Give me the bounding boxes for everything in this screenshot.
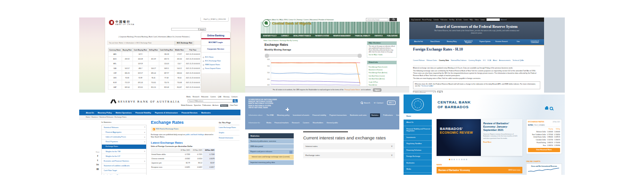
nav-item-monetary-policy[interactable]: Monetary Policy <box>444 41 459 43</box>
nav-item-about-the-fed[interactable]: About the Fed <box>411 41 426 43</box>
twitter-icon[interactable]: t <box>95 159 100 162</box>
secondary-link-statistics[interactable]: Statistics <box>220 104 229 107</box>
nav-item-general-public[interactable]: General public <box>326 122 338 124</box>
subnav-link[interactable]: Technical Q&As <box>512 60 524 61</box>
sidebar-item-statistical-releases[interactable]: Statistical Releases▾ <box>102 125 146 130</box>
boc-main-nav[interactable]: | Corporate Banking | Personal Banking |… <box>107 36 201 38</box>
privacy-cookie-notice-link[interactable]: Privacy/Cookie Notice <box>345 89 360 91</box>
sidebar-item-financing-schemas[interactable]: Financing Schemas <box>404 147 432 154</box>
utility-link[interactable]: Contact <box>480 19 485 21</box>
agree-button[interactable]: Agree <box>373 88 381 92</box>
related-link[interactable]: Forex Average Rates (Current) <box>369 67 395 69</box>
go-button[interactable]: Go <box>437 91 443 93</box>
news-ticker-link[interactable]: VIEW latest news <box>508 169 520 171</box>
sidebar-item-weights-twi[interactable]: Weights for the TWI▸ <box>102 149 146 154</box>
boc-breadcrumb-tab[interactable]: BOC Exchange Rate <box>174 41 194 45</box>
carousel-dot[interactable] <box>461 159 462 160</box>
nav-item-consumers-communities[interactable]: Consumers & Communities <box>527 41 542 43</box>
nav-item-publications[interactable]: Publications <box>383 114 393 116</box>
rss-feed-box[interactable]: RSS Feed of Exchange Rates <box>151 127 215 132</box>
nav-item-careers[interactable]: Careers <box>303 122 309 124</box>
tab-notes-active[interactable]: NOTES <box>528 124 533 126</box>
sidebar-item-banknotes[interactable]: Banknotes <box>404 160 432 166</box>
sidebar-item-investments[interactable]: Investments <box>404 135 432 141</box>
sidebar-item-about-us[interactable]: About Us <box>404 120 432 126</box>
nav-item-statistics-active[interactable]: Statistics <box>370 113 380 117</box>
nav-item-currency[interactable]: CURRENCY <box>281 35 289 37</box>
utility-link[interactable]: Careers <box>463 19 468 21</box>
accordion-exchange-rates[interactable]: Exchange rates∨ <box>303 152 395 158</box>
subnav-link[interactable]: G.5A <box>487 60 491 61</box>
email-icon[interactable]: ✉ <box>95 167 100 171</box>
advanced-search-link[interactable]: Advanced <box>501 19 506 21</box>
utility-link[interactable]: Calendar <box>433 19 438 21</box>
nav-item-development-finance[interactable]: DEVELOPMENT FINANCE <box>293 35 311 37</box>
print-icon[interactable] <box>545 107 548 110</box>
utility-link[interactable]: Contacts <box>231 96 238 98</box>
boc-language-links[interactable]: 简体中文 | 繁體中文 | ENGLISH <box>200 17 229 22</box>
tab-demand[interactable]: DEMAND <box>539 124 545 126</box>
sidebar-item-foreign-exchange[interactable]: Foreign Exchange <box>404 154 432 160</box>
cbn-search-button[interactable] <box>389 18 397 21</box>
subnav-link[interactable]: Current Release <box>413 60 425 61</box>
sidebar-header-statistics[interactable]: Statistics <box>248 133 294 138</box>
sidebar-item-regulatory-sandbox[interactable]: Regulatory Sandbox <box>404 141 432 147</box>
carousel-dot[interactable] <box>454 159 455 160</box>
otp-link-latest-exchange-rates[interactable]: Latest Exchange Rates <box>219 125 239 130</box>
cbn-google-search-box[interactable]: enhanced by Google <box>366 18 388 21</box>
related-link[interactable]: Forex Average Rates (Archive) <box>369 72 395 74</box>
language-selector[interactable]: EN ∨ <box>387 101 396 105</box>
utility-link[interactable]: Q&A <box>218 96 221 98</box>
secondary-link[interactable]: Speeches <box>194 104 201 106</box>
nav-item-supervision-regulation[interactable]: Supervision & Regulation <box>461 41 476 43</box>
carousel-dot[interactable] <box>451 159 453 160</box>
subnav-link[interactable]: Release Dates <box>427 60 437 61</box>
subnav-link[interactable]: G.5 <box>483 60 485 61</box>
nav-item-payments-system[interactable]: PAYMENTS SYSTEM <box>315 35 329 37</box>
utility-link[interactable]: A-Z Index <box>456 19 462 21</box>
nav-item-financial-stability[interactable]: Financial stability <box>313 114 326 116</box>
linkedin-icon[interactable]: in <box>95 163 100 166</box>
sidebar-item-weights-icp[interactable]: Weights for the ICP <box>102 154 146 159</box>
sidebar-item-important-monetary-policy-data[interactable]: Important monetary policy data <box>248 160 294 165</box>
utility-link[interactable]: Research <box>192 96 199 98</box>
utility-link[interactable]: FAQs <box>470 19 473 21</box>
collapse-icon[interactable]: − <box>289 151 292 154</box>
nav-item-financial-stability[interactable]: Financial Stability <box>135 112 151 114</box>
nav-item-about-us[interactable]: About Us <box>86 112 94 114</box>
nav-item-payments-infrastructure[interactable]: Payments & Infrastructure <box>155 112 178 114</box>
sidebar-item-media[interactable]: Media <box>404 166 432 172</box>
technical-qas-link[interactable]: "Technical Q&As" <box>421 85 433 87</box>
utility-link[interactable]: Education <box>201 96 208 98</box>
utility-link[interactable]: Videos <box>475 19 479 21</box>
subnav-link-country-data[interactable]: Country Data <box>439 60 449 61</box>
carousel-dot[interactable] <box>463 159 465 160</box>
boc-search-input[interactable] <box>171 28 198 31</box>
utility-link[interactable]: Site Map <box>449 19 454 21</box>
nav-item-monetary-policy[interactable]: Monetary Policy <box>98 112 112 114</box>
news-ticker-bar[interactable]: Review of Barbados' Economy VIEW latest … <box>437 167 522 173</box>
holidays-link[interactable]: public and bank holidays <box>186 134 204 136</box>
subnav-link[interactable]: Announcements <box>499 60 511 61</box>
slider-handle-left[interactable] <box>265 54 269 58</box>
sidebar-item-lenders-interest-rates[interactable]: Lenders' Interest Rates <box>102 173 146 175</box>
subnav-link[interactable]: Currency Weights <box>468 60 481 61</box>
sidebar-item-home[interactable]: Home <box>404 113 432 120</box>
read-more-link[interactable]: Read More <box>483 141 520 143</box>
contact-link[interactable]: Contact <box>377 102 383 104</box>
sidebar-item-statistical-publications[interactable]: Statistical publications: overview <box>248 139 294 144</box>
hero-carousel[interactable]: BARBADOS' ECONOMIC REVIEW Review of Barb… <box>437 119 522 156</box>
related-link[interactable]: Crude Oil Price <box>369 82 395 84</box>
sidebar-item-reports-press-releases[interactable]: Reports and press releases− <box>248 149 294 154</box>
utility-link[interactable]: Publications <box>440 19 447 21</box>
fed-search-input[interactable] <box>487 18 500 21</box>
accordion-interest-rates[interactable]: Interest rates∨ <box>303 143 395 149</box>
sidebar-item-economic-financial-statistics[interactable]: Economic and Financial Statistics▸ <box>102 159 146 163</box>
utility-link[interactable]: Media <box>186 96 190 98</box>
view-historical-rates-button[interactable]: View Historical Rates <box>528 148 560 152</box>
sidebar-item-index-of-commodity-prices[interactable]: Index of Commodity Prices▸ <box>102 135 146 139</box>
utility-link[interactable]: Stay Connected <box>411 19 421 21</box>
subnav-link[interactable]: Nominal/Real Indexes <box>451 60 466 61</box>
bocnet-login-link[interactable]: BOCNET Login <box>201 39 230 46</box>
rba-breadcrumb[interactable]: Home › Statistics › Statistical Releases… <box>79 115 240 120</box>
